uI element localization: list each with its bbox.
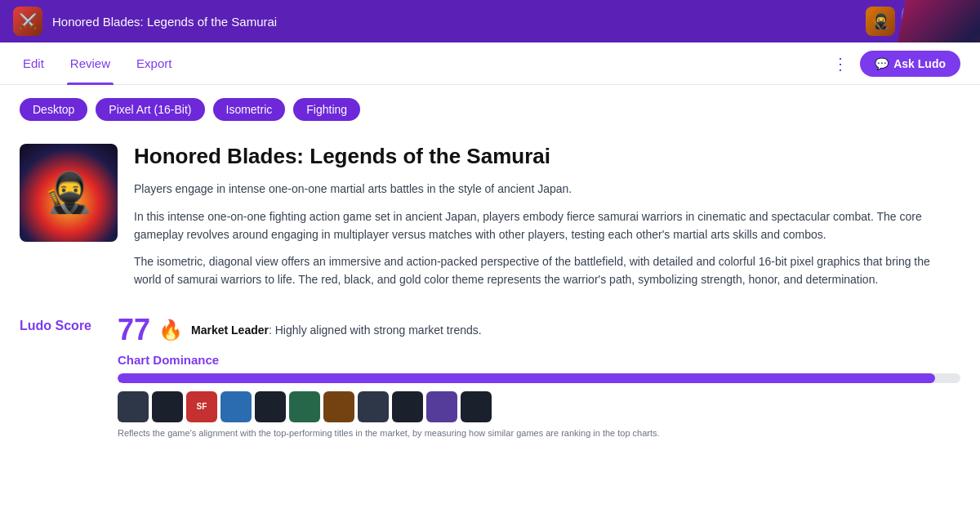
tabs-container: Edit Review Export xyxy=(20,42,832,85)
chat-icon: 💬 xyxy=(875,57,889,70)
tag-desktop[interactable]: Desktop xyxy=(20,98,87,121)
chart-thumb-6 xyxy=(289,391,320,422)
app-logo: ⚔️ xyxy=(13,7,42,36)
chart-dominance-label: Chart Dominance xyxy=(118,353,960,367)
game-cover-inner: 🥷 xyxy=(20,144,118,242)
tab-bar: Edit Review Export ⋮ 💬 Ask Ludo xyxy=(0,42,980,85)
tag-pixel-art[interactable]: Pixel Art (16-Bit) xyxy=(96,98,204,121)
score-row: 77 🔥 Market Leader: Highly aligned with … xyxy=(118,315,960,345)
game-cover-emoji: 🥷 xyxy=(44,170,93,216)
score-section: Ludo Score 77 🔥 Market Leader: Highly al… xyxy=(20,302,960,440)
chart-thumb-3: SF xyxy=(186,391,217,422)
game-description-long: In this intense one-on-one fighting acti… xyxy=(134,207,960,244)
game-description-short: Players engage in intense one-on-one mar… xyxy=(134,181,960,198)
more-options-button[interactable]: ⋮ xyxy=(832,54,850,74)
topbar-game-icon-1[interactable]: 🥷 xyxy=(866,7,895,36)
game-description-long2: The isometric, diagonal view offers an i… xyxy=(134,252,960,289)
chart-thumb-2 xyxy=(152,391,183,422)
game-title: Honored Blades: Legends of the Samurai xyxy=(134,144,960,169)
chart-thumb-11 xyxy=(461,391,492,422)
chart-thumb-5 xyxy=(255,391,286,422)
score-content: 77 🔥 Market Leader: Highly aligned with … xyxy=(118,315,960,440)
chart-thumb-1 xyxy=(118,391,149,422)
ludo-score-label: Ludo Score xyxy=(20,315,118,333)
score-badge: Market Leader: Highly aligned with stron… xyxy=(191,324,482,337)
chart-thumb-7 xyxy=(323,391,354,422)
tag-isometric[interactable]: Isometric xyxy=(213,98,286,121)
tab-export[interactable]: Export xyxy=(133,42,175,85)
main-content: 🥷 Honored Blades: Legends of the Samurai… xyxy=(0,127,980,456)
chart-description: Reflects the game's alignment with the t… xyxy=(118,427,960,440)
fire-icon: 🔥 xyxy=(158,319,183,341)
chart-thumb-8 xyxy=(358,391,389,422)
logo-emoji: ⚔️ xyxy=(19,12,37,30)
chart-thumb-9 xyxy=(392,391,423,422)
ask-ludo-button[interactable]: 💬 Ask Ludo xyxy=(860,51,960,77)
chart-thumbnails: SF xyxy=(118,391,960,422)
tags-row: Desktop Pixel Art (16-Bit) Isometric Fig… xyxy=(0,85,980,127)
score-number: 77 xyxy=(118,315,150,345)
chart-bar-fill xyxy=(118,373,935,383)
score-badge-title: Market Leader xyxy=(191,324,269,337)
tag-fighting[interactable]: Fighting xyxy=(293,98,360,121)
tab-edit[interactable]: Edit xyxy=(20,42,47,85)
tab-review[interactable]: Review xyxy=(67,42,114,85)
score-badge-desc: : Highly aligned with strong market tren… xyxy=(269,324,482,337)
chart-thumb-4 xyxy=(220,391,252,422)
game-text-area: Honored Blades: Legends of the Samurai P… xyxy=(134,144,960,289)
topbar-title: Honored Blades: Legends of the Samurai xyxy=(52,15,856,29)
game-info-section: 🥷 Honored Blades: Legends of the Samurai… xyxy=(20,144,960,289)
topbar: ⚔️ Honored Blades: Legends of the Samura… xyxy=(0,0,980,42)
chart-thumb-10 xyxy=(426,391,457,422)
game-cover-image: 🥷 xyxy=(20,144,118,242)
chart-bar-container xyxy=(118,373,960,383)
